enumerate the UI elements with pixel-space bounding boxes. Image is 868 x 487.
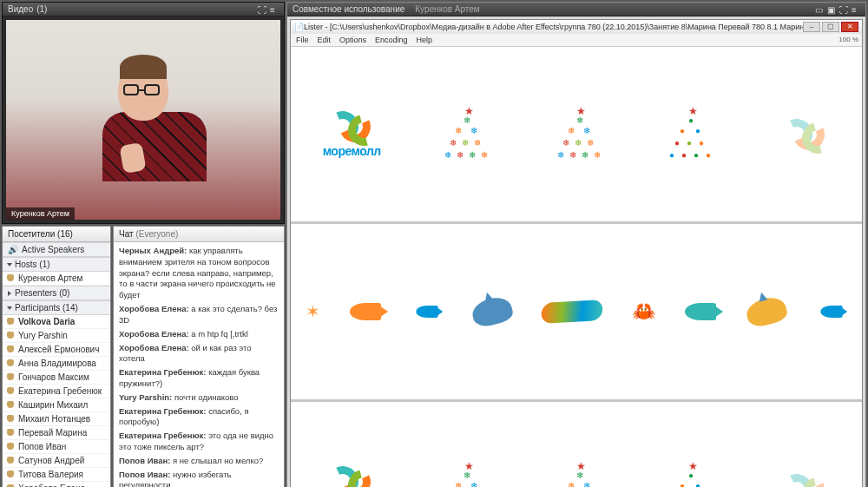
participants-list: Volkova DariaYury ParshinАлексей Ермонов… [3, 315, 110, 487]
chat-message: Yury Parshin: почти одинаково [119, 392, 279, 404]
chevron-right-icon [8, 291, 11, 296]
participant-item[interactable]: Титова Валерия [3, 468, 110, 482]
group-presenters[interactable]: Presenters (0) [3, 286, 110, 300]
fullscreen-icon[interactable]: ⛶ [839, 5, 848, 14]
moremoll-logo: моремолл [323, 466, 381, 487]
participant-item[interactable]: Михаил Нотанцев [3, 412, 110, 426]
attendees-panel: Посетители (16) 🔊Active Speakers Hosts (… [2, 226, 111, 487]
minimize-button[interactable]: – [803, 22, 820, 32]
participant-item[interactable]: Алексей Ермонович [3, 343, 110, 357]
ribbon-graphic [541, 299, 604, 324]
share-sharer: Куренков Артем [415, 4, 479, 14]
share-body: 📄 Lister - [C:\Users\ushenkov\Dropbox\Ме… [287, 16, 865, 487]
chat-message: Черных Андрей: как управлять вниманием з… [119, 246, 279, 301]
share-panel: Совместное использование Куренков Артем … [286, 2, 866, 487]
menu-options[interactable]: Options [339, 36, 366, 44]
tree-graphic: ❄❄❄❄❄❄❄❄❄❄ [557, 110, 606, 159]
window-titlebar: 📄 Lister - [C:\Users\ushenkov\Dropbox\Ме… [291, 20, 862, 34]
participant-item[interactable]: Попов Иван [3, 440, 110, 454]
dolphin-graphic [470, 294, 515, 330]
tree-graphic: ❄❄❄❄❄❄❄❄❄❄ [444, 465, 493, 487]
fish-graphic [820, 306, 842, 318]
chat-message: Екатерина Гребенюк: каждая буква пружини… [119, 367, 279, 390]
chat-message: Попов Иван: я не слышал но мелко? [119, 456, 279, 467]
left-column: Видео (1) ⛶ ≡ Куренков Артем [2, 2, 285, 487]
crab-graphic: 🦀 [632, 300, 655, 323]
participant-item[interactable]: Перевай Марина [3, 426, 110, 440]
chevron-down-icon [7, 263, 12, 267]
menu-help[interactable]: Help [417, 36, 433, 44]
canvas-row: ✶ 🦀 [291, 224, 862, 401]
dolphin-graphic [744, 294, 789, 330]
video-titlebar: Видео (1) ⛶ ≡ [3, 3, 284, 16]
right-column: Совместное использование Куренков Артем … [286, 2, 866, 487]
window-title-text: Lister - [C:\Users\ushenkov\Dropbox\Меди… [304, 23, 803, 31]
chat-body[interactable]: Черных Андрей: как управлять вниманием з… [114, 242, 284, 487]
webcam-feed: Куренков Артем [6, 20, 280, 220]
fish-graphic [350, 303, 381, 320]
fullscreen-icon[interactable]: ⛶ [258, 5, 266, 14]
presenter-figure [102, 60, 185, 210]
group-hosts[interactable]: Hosts (1) [3, 257, 110, 272]
canvas-row: моремолл ❄❄❄❄❄❄❄❄❄❄ ❄❄❄❄❄❄❄❄❄❄ ●●●●●●●●●… [291, 47, 862, 224]
panel-menu-icon[interactable]: ≡ [270, 5, 279, 14]
participant-item[interactable]: Сатунов Андрей [3, 454, 110, 468]
participant-item[interactable]: Volkova Daria [3, 315, 110, 329]
canvas-row: моремолл ❄❄❄❄❄❄❄❄❄❄ ❄❄❄❄❄❄❄❄❄❄ ●●●●●●●●●… [291, 402, 862, 487]
chat-message: Хоробова Елена: ой и как раз это хотела [119, 343, 279, 365]
maximize-button[interactable]: ▢ [822, 22, 839, 32]
fish-graphic [416, 306, 437, 318]
share-opt2-icon[interactable]: ▣ [827, 5, 836, 14]
chat-message: Екатерина Гребенюк: спасибо, я попробую) [119, 406, 279, 429]
chat-title: Чат (Everyone) [114, 227, 284, 242]
tree-graphic: ❄❄❄❄❄❄❄❄❄❄ [444, 110, 493, 159]
moremoll-logo [781, 119, 830, 150]
app-root: Видео (1) ⛶ ≡ Куренков Артем [0, 0, 868, 487]
chat-message: Екатерина Гребенюк: это ода не видно это… [119, 431, 279, 453]
fish-graphic [685, 303, 716, 320]
participant-item[interactable]: Гончаров Максим [3, 371, 110, 385]
share-opt1-icon[interactable]: ▭ [815, 5, 824, 14]
chat-message: Хоробова Елена: а как это сделать? без 3… [119, 304, 279, 326]
chat-message: Хоробова Елена: а m htp fq [,trtkl [119, 329, 279, 340]
chat-message: Попов Иван: нужно избегать регулярности [119, 470, 279, 487]
panel-menu-icon[interactable]: ≡ [852, 5, 860, 14]
chat-panel: Чат (Everyone) Черных Андрей: как управл… [113, 226, 285, 487]
tree-graphic-dots: ●●●●●●●●●● [669, 465, 718, 487]
zoom-level: 100 % [838, 36, 858, 43]
main-area: Видео (1) ⛶ ≡ Куренков Артем [0, 0, 868, 487]
shared-window: 📄 Lister - [C:\Users\ushenkov\Dropbox\Ме… [290, 19, 863, 487]
group-participants[interactable]: Participants (14) [3, 300, 110, 315]
group-active-speakers[interactable]: 🔊Active Speakers [3, 242, 110, 257]
moremoll-logo: моремолл [323, 111, 381, 158]
share-title: Совместное использование [293, 4, 404, 14]
chevron-down-icon [7, 306, 12, 310]
lower-left: Посетители (16) 🔊Active Speakers Hosts (… [2, 226, 285, 487]
video-title: Видео [8, 4, 33, 14]
window-menubar: FileEditOptionsEncodingHelp100 % [291, 34, 862, 47]
attendees-title: Посетители (16) [3, 227, 110, 242]
starfish-graphic: ✶ [306, 301, 320, 322]
participant-item[interactable]: Каширин Михаил [3, 398, 110, 412]
menu-encoding[interactable]: Encoding [375, 36, 408, 44]
menu-file[interactable]: File [296, 36, 309, 44]
video-panel: Видео (1) ⛶ ≡ Куренков Артем [2, 2, 285, 224]
tree-graphic-dots: ●●●●●●●●●● [669, 110, 718, 159]
share-titlebar: Совместное использование Куренков Артем … [287, 3, 865, 16]
participant-item[interactable]: Yury Parshin [3, 329, 110, 343]
tree-graphic: ❄❄❄❄❄❄❄❄❄❄ [557, 465, 606, 487]
moremoll-logo [781, 474, 830, 487]
presenter-name-tag: Куренков Артем [6, 207, 75, 220]
participant-item[interactable]: Хоробова Елена [3, 482, 110, 487]
close-button[interactable]: ✕ [841, 22, 858, 32]
menu-edit[interactable]: Edit [318, 36, 332, 44]
video-count: (1) [36, 4, 47, 14]
participant-item[interactable]: Анна Владимирова [3, 357, 110, 371]
host-item[interactable]: Куренков Артем [3, 272, 110, 286]
participant-item[interactable]: Екатерина Гребенюк [3, 385, 110, 398]
image-canvas: моремолл ❄❄❄❄❄❄❄❄❄❄ ❄❄❄❄❄❄❄❄❄❄ ●●●●●●●●●… [291, 47, 862, 487]
